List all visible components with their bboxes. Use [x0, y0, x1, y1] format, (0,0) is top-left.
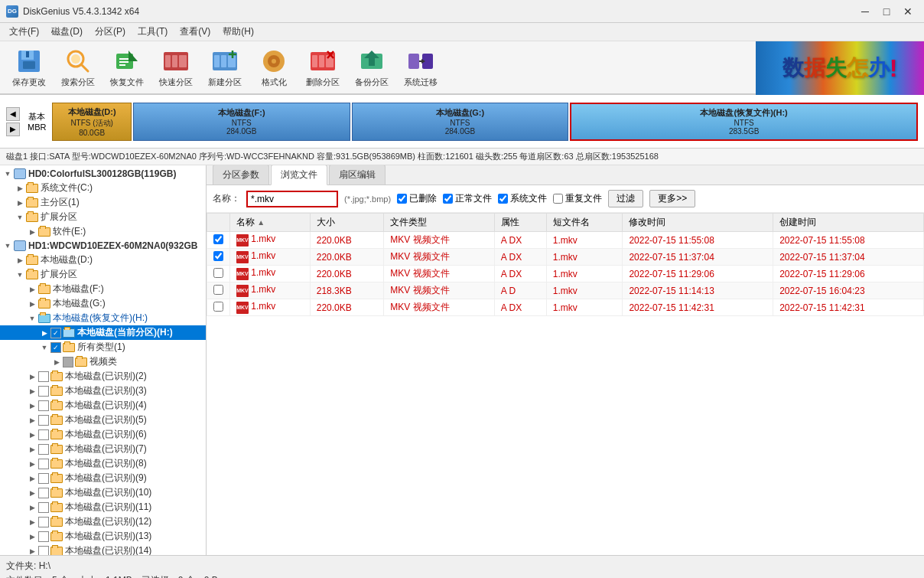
tree-item-rec14[interactable]: ▶ 本地磁盘(已识别)(14) [0, 544, 206, 555]
menu-help[interactable]: 帮助(H) [216, 24, 260, 40]
table-row[interactable]: MKV 1.mkv 218.3KB MKV 视频文件 A D 1.mkv 202… [207, 282, 924, 299]
expand-icon[interactable]: ▶ [14, 197, 26, 209]
table-row[interactable]: MKV 1.mkv 220.0KB MKV 视频文件 A DX 1.mkv 20… [207, 249, 924, 266]
col-name[interactable]: 名称 ▲ [230, 214, 311, 232]
checkbox[interactable] [38, 531, 49, 542]
format-button[interactable]: 格式化 [251, 44, 297, 90]
col-attr[interactable]: 属性 [494, 214, 546, 232]
expand-icon[interactable]: ▼ [14, 211, 26, 224]
tree-item-ext0[interactable]: ▼ 扩展分区 [0, 210, 206, 224]
col-size[interactable]: 大小 [310, 214, 384, 232]
tree-item-h-current[interactable]: ▶ 本地磁盘(当前分区)(H:) [0, 325, 206, 340]
expand-icon[interactable]: ▶ [26, 429, 38, 441]
tree-item-main1[interactable]: ▶ 主分区(1) [0, 195, 206, 210]
col-created[interactable]: 创建时间 [773, 214, 924, 232]
menu-view[interactable]: 查看(V) [174, 24, 216, 40]
menu-file[interactable]: 文件(F) [3, 24, 45, 40]
filter-deleted[interactable]: 已删除 [397, 192, 437, 205]
expand-icon[interactable]: ▶ [14, 182, 26, 194]
checkbox[interactable] [38, 429, 49, 440]
tab-sector-edit[interactable]: 扇区编辑 [329, 165, 386, 185]
expand-icon[interactable]: ▶ [26, 414, 38, 426]
close-button[interactable]: ✕ [898, 4, 918, 19]
checkbox[interactable] [50, 342, 61, 353]
tree-item-rec8[interactable]: ▶ 本地磁盘(已识别)(8) [0, 456, 206, 471]
expand-icon[interactable]: ▼ [2, 240, 14, 252]
expand-icon[interactable]: ▶ [26, 545, 38, 556]
tree-item-all-types[interactable]: ▼ 所有类型(1) [0, 340, 206, 354]
checkbox[interactable] [38, 488, 49, 498]
checkbox[interactable] [50, 328, 61, 338]
tree-item-f[interactable]: ▶ 本地磁盘(F:) [0, 282, 206, 296]
expand-icon[interactable]: ▶ [26, 385, 38, 397]
checkbox[interactable] [38, 415, 49, 426]
expand-icon[interactable]: ▶ [38, 327, 50, 339]
save-button[interactable]: 保存更改 [6, 44, 52, 90]
quick-button[interactable]: 快速分区 [153, 44, 199, 90]
tree-item-rec10[interactable]: ▶ 本地磁盘(已识别)(10) [0, 485, 206, 500]
expand-icon[interactable]: ▶ [26, 516, 38, 528]
filter-name-input[interactable] [246, 191, 338, 207]
col-short[interactable]: 短文件名 [546, 214, 623, 232]
minimize-button[interactable]: ─ [855, 4, 875, 19]
checkbox[interactable] [38, 444, 49, 455]
table-row[interactable]: MKV 1.mkv 220.0KB MKV 视频文件 A DX 1.mkv 20… [207, 266, 924, 282]
expand-icon[interactable]: ▼ [26, 312, 38, 325]
search-button[interactable]: 搜索分区 [55, 44, 101, 90]
tree-item-rec11[interactable]: ▶ 本地磁盘(已识别)(11) [0, 500, 206, 514]
tree-item-h-root[interactable]: ▼ 本地磁盘(恢复文件)(H:) [0, 311, 206, 325]
tree-item-ext1[interactable]: ▼ 扩展分区 [0, 267, 206, 282]
expand-icon[interactable]: ▼ [38, 341, 50, 354]
disk-nav-prev[interactable]: ◀ [6, 107, 20, 121]
tree-item-rec6[interactable]: ▶ 本地磁盘(已识别)(6) [0, 427, 206, 442]
tree-item-e[interactable]: ▶ 软件(E:) [0, 224, 206, 239]
filter-system[interactable]: 系统文件 [498, 192, 547, 205]
expand-icon[interactable]: ▶ [26, 443, 38, 456]
expand-icon[interactable]: ▼ [14, 269, 26, 281]
expand-icon[interactable]: ▶ [26, 371, 38, 383]
expand-icon[interactable]: ▶ [14, 254, 26, 266]
tree-item-hd0[interactable]: ▼ HD0:ColorfulSL300128GB(119GB) [0, 167, 206, 181]
menu-partition[interactable]: 分区(P) [89, 24, 132, 40]
tree-item-c[interactable]: ▶ 系统文件(C:) [0, 181, 206, 195]
more-button[interactable]: 更多>> [649, 190, 695, 207]
tree-item-rec4[interactable]: ▶ 本地磁盘(已识别)(4) [0, 398, 206, 413]
maximize-button[interactable]: □ [877, 4, 896, 19]
menu-disk[interactable]: 磁盘(D) [45, 24, 89, 40]
tree-item-d[interactable]: ▶ 本地磁盘(D:) [0, 253, 206, 267]
tree-item-video[interactable]: ▶ 视频类 [0, 354, 206, 369]
expand-icon[interactable]: ▶ [26, 226, 38, 238]
filter-normal[interactable]: 正常文件 [443, 192, 492, 205]
menu-tools[interactable]: 工具(T) [132, 24, 174, 40]
col-modified[interactable]: 修改时间 [623, 214, 773, 232]
tree-item-rec2[interactable]: ▶ 本地磁盘(已识别)(2) [0, 369, 206, 384]
row-checkbox[interactable] [213, 234, 223, 244]
partition-d[interactable]: 本地磁盘(D:) NTFS (活动) 80.0GB [52, 103, 131, 141]
expand-icon[interactable]: ▶ [26, 531, 38, 543]
tree-item-rec3[interactable]: ▶ 本地磁盘(已识别)(3) [0, 384, 206, 398]
tree-item-rec9[interactable]: ▶ 本地磁盘(已识别)(9) [0, 471, 206, 485]
checkbox[interactable] [38, 386, 49, 397]
tab-browse-files[interactable]: 浏览文件 [271, 165, 327, 185]
backup-button[interactable]: 备份分区 [349, 44, 395, 90]
tree-item-hd1[interactable]: ▼ HD1:WDCWD10EZEX-60M2NA0(932GB [0, 239, 206, 253]
partition-f[interactable]: 本地磁盘(F:) NTFS 284.0GB [133, 103, 350, 141]
tree-item-g[interactable]: ▶ 本地磁盘(G:) [0, 296, 206, 311]
expand-icon[interactable]: ▶ [26, 458, 38, 470]
row-checkbox[interactable] [213, 285, 223, 295]
expand-icon[interactable]: ▼ [2, 168, 14, 180]
row-checkbox[interactable] [213, 302, 223, 312]
col-type[interactable]: 文件类型 [384, 214, 495, 232]
checkbox[interactable] [38, 371, 49, 382]
checkbox[interactable] [38, 517, 49, 527]
filter-duplicate[interactable]: 重复文件 [553, 192, 602, 205]
table-row[interactable]: MKV 1.mkv 220.0KB MKV 视频文件 A DX 1.mkv 20… [207, 232, 924, 249]
tree-item-rec7[interactable]: ▶ 本地磁盘(已识别)(7) [0, 442, 206, 456]
checkbox[interactable] [38, 502, 49, 513]
disk-nav-next[interactable]: ▶ [6, 122, 20, 136]
checkbox[interactable] [38, 473, 49, 484]
row-checkbox[interactable] [213, 268, 223, 278]
migrate-button[interactable]: 系统迁移 [398, 44, 444, 90]
checkbox[interactable] [38, 400, 49, 411]
checkbox[interactable] [38, 546, 49, 556]
